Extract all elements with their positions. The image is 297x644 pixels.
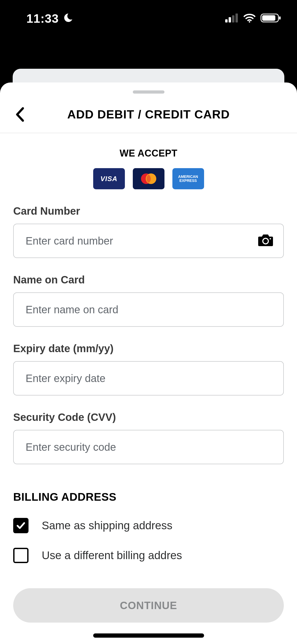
visa-icon: VISA (93, 168, 125, 189)
svg-point-4 (249, 21, 250, 23)
home-indicator[interactable] (93, 633, 204, 638)
svg-rect-0 (225, 19, 228, 22)
card-number-input[interactable] (13, 224, 284, 258)
sheet-header: ADD DEBIT / CREDIT CARD (0, 96, 297, 133)
battery-icon (261, 13, 281, 24)
accepted-cards-row: VISA AMERICANEXPRESS (13, 168, 284, 189)
we-accept-label: WE ACCEPT (13, 148, 284, 159)
expiry-date-label: Expiry date (mm/yy) (13, 343, 284, 355)
moon-icon (63, 13, 73, 24)
name-on-card-input[interactable] (13, 292, 284, 327)
svg-rect-3 (235, 13, 238, 22)
same-as-shipping-label: Same as shipping address (42, 519, 172, 532)
cellular-icon (225, 13, 238, 24)
modal-sheet: ADD DEBIT / CREDIT CARD WE ACCEPT VISA (0, 82, 297, 644)
same-as-shipping-row[interactable]: Same as shipping address (13, 518, 284, 533)
different-billing-label: Use a different billing addres (42, 549, 182, 562)
name-on-card-label: Name on Card (13, 274, 284, 286)
security-code-label: Security Code (CVV) (13, 411, 284, 423)
svg-rect-7 (279, 16, 281, 20)
svg-rect-2 (232, 15, 234, 22)
svg-rect-6 (262, 15, 275, 21)
svg-rect-1 (229, 17, 231, 22)
mastercard-icon (133, 168, 164, 189)
status-bar: 11:33 (0, 0, 297, 37)
camera-icon[interactable] (258, 234, 273, 248)
expiry-date-input[interactable] (13, 361, 284, 395)
billing-address-heading: BILLING ADDRESS (13, 491, 284, 503)
amex-icon: AMERICANEXPRESS (172, 168, 204, 189)
security-code-input[interactable] (13, 430, 284, 464)
wifi-icon (243, 13, 256, 24)
back-button[interactable] (11, 105, 29, 124)
sheet-grabber[interactable] (133, 90, 164, 94)
page-title: ADD DEBIT / CREDIT CARD (67, 108, 230, 121)
status-time: 11:33 (26, 11, 59, 26)
card-number-label: Card Number (13, 205, 284, 217)
different-billing-row[interactable]: Use a different billing addres (13, 548, 284, 563)
different-billing-checkbox[interactable] (13, 548, 29, 563)
same-as-shipping-checkbox[interactable] (13, 518, 29, 533)
svg-point-11 (270, 238, 271, 239)
continue-button[interactable]: CONTINUE (13, 588, 284, 623)
